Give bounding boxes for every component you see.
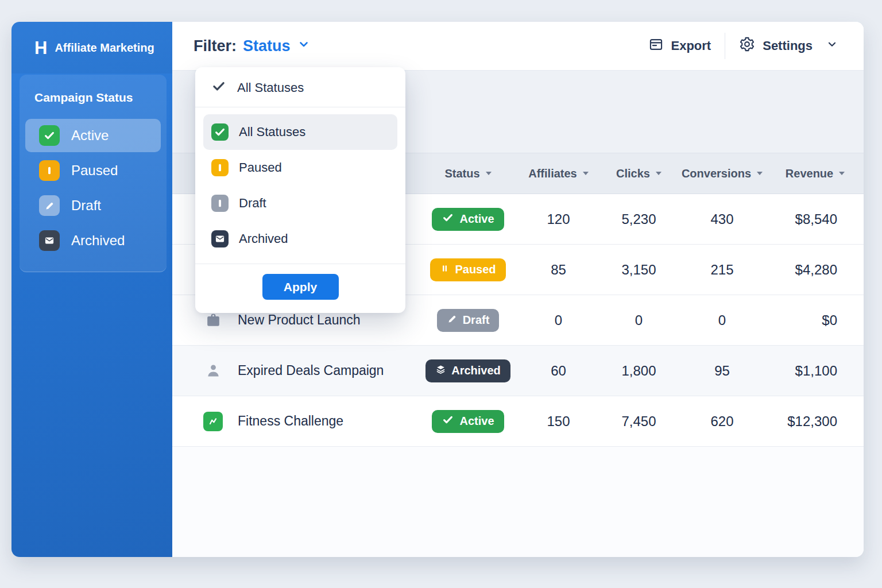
- sidebar: H Affiliate Marketing Campaign Status Ac…: [11, 22, 172, 557]
- campaign-cell: Expired Deals Campaign: [172, 361, 419, 381]
- status-cell: Paused: [419, 258, 517, 281]
- revenue-value: $12,300: [767, 413, 864, 430]
- sidebar-item-label: Draft: [71, 198, 101, 214]
- column-header-clicks[interactable]: Clicks: [600, 167, 678, 180]
- affiliates-value: 85: [517, 262, 600, 278]
- dropdown-option-archived[interactable]: Archived: [203, 221, 397, 257]
- status-cell: Archived: [419, 359, 517, 382]
- clicks-value: 0: [600, 312, 678, 328]
- sidebar-item-label: Active: [71, 127, 109, 144]
- sidebar-item-archived[interactable]: Archived: [25, 224, 161, 257]
- campaign-name: Expired Deals Campaign: [238, 363, 384, 378]
- status-cell: Active: [419, 208, 517, 231]
- conversions-value: 0: [678, 312, 767, 328]
- briefcase-icon: [203, 311, 223, 330]
- column-header-label: Clicks: [616, 167, 650, 180]
- dropdown-option-all-statuses[interactable]: All Statuses: [203, 114, 397, 150]
- conversions-value: 430: [678, 211, 767, 227]
- sort-arrow-icon: [839, 172, 845, 175]
- dropdown-option-label: Draft: [239, 196, 266, 211]
- envelope-icon: [39, 230, 60, 251]
- sidebar-item-draft[interactable]: Draft: [25, 189, 161, 222]
- dropdown-option-label: Paused: [239, 160, 282, 175]
- brand-header: H Affiliate Marketing: [11, 22, 172, 74]
- conversions-value: 95: [678, 363, 767, 379]
- campaign-cell: New Product Launch: [172, 311, 419, 330]
- status-badge-label: Active: [459, 212, 494, 226]
- status-filter-dropdown: All Statuses All Statuses Paused Draft A…: [195, 67, 405, 313]
- status-cell: Active: [419, 410, 517, 433]
- filter-dropdown-trigger[interactable]: Filter: Status: [194, 37, 311, 55]
- conversions-value: 620: [678, 413, 767, 430]
- sidebar-item-active[interactable]: Active: [25, 119, 161, 152]
- status-badge: Active: [432, 208, 504, 231]
- column-header-conversions[interactable]: Conversions: [678, 167, 767, 180]
- settings-label: Settings: [763, 38, 813, 53]
- dropdown-option-paused[interactable]: Paused: [203, 150, 397, 185]
- export-button[interactable]: Export: [648, 37, 711, 56]
- pause-icon: [211, 195, 229, 212]
- settings-button[interactable]: Settings: [739, 36, 838, 56]
- export-label: Export: [671, 38, 711, 53]
- check-icon: [211, 79, 226, 97]
- gear-icon: [739, 36, 755, 56]
- revenue-value: $4,280: [767, 262, 864, 278]
- status-badge: Active: [432, 410, 504, 433]
- envelope-icon: [211, 230, 229, 247]
- status-cell: Draft: [419, 309, 517, 332]
- table-row[interactable]: Fitness Challenge Active 150 7,450 620 $…: [172, 396, 864, 447]
- revenue-value: $0: [767, 312, 864, 328]
- clicks-value: 3,150: [600, 262, 678, 278]
- sort-arrow-icon: [757, 172, 763, 175]
- affiliates-value: 0: [517, 312, 600, 328]
- campaign-cell: Fitness Challenge: [172, 412, 419, 431]
- column-header-label: Conversions: [682, 167, 751, 180]
- status-badge-label: Archived: [451, 364, 501, 377]
- dropdown-option-list: All Statuses Paused Draft Archived: [195, 107, 405, 264]
- chevron-down-icon: [297, 37, 311, 55]
- pencil-icon: [39, 195, 60, 216]
- person-icon: [203, 361, 223, 381]
- filter-label: Filter:: [194, 37, 237, 55]
- check-icon: [442, 211, 454, 227]
- column-header-status[interactable]: Status: [419, 167, 517, 180]
- filter-value: Status: [243, 37, 291, 55]
- affiliates-value: 120: [517, 211, 600, 227]
- sort-arrow-icon: [486, 172, 492, 175]
- sidebar-section-title: Campaign Status: [25, 79, 161, 117]
- column-header-label: Revenue: [786, 167, 833, 180]
- sidebar-item-list: Active Paused Draft Archived: [25, 119, 161, 257]
- status-badge-label: Paused: [455, 263, 496, 276]
- campaign-name: Fitness Challenge: [238, 413, 343, 429]
- affiliates-value: 150: [517, 413, 600, 430]
- brand-logo-icon: H: [34, 39, 47, 57]
- dropdown-current-selection[interactable]: All Statuses: [195, 67, 405, 107]
- status-badge: Archived: [425, 359, 510, 382]
- table-row[interactable]: Expired Deals Campaign Archived 60 1,800…: [172, 346, 864, 396]
- column-header-revenue[interactable]: Revenue: [767, 167, 864, 180]
- top-bar-actions: Export Settings: [648, 33, 838, 59]
- conversions-value: 215: [678, 262, 767, 278]
- clicks-value: 1,800: [600, 363, 678, 379]
- column-header-affiliates[interactable]: Affiliates: [517, 167, 600, 180]
- clicks-value: 5,230: [600, 211, 678, 227]
- main-area: Filter: Status Export S: [172, 22, 864, 557]
- clicks-value: 7,450: [600, 413, 678, 430]
- sidebar-item-paused[interactable]: Paused: [25, 154, 161, 187]
- check-icon: [442, 413, 454, 429]
- status-badge: Paused: [430, 258, 505, 281]
- app-window: H Affiliate Marketing Campaign Status Ac…: [11, 22, 864, 557]
- column-header-label: Affiliates: [528, 167, 577, 180]
- chevron-down-icon: [826, 38, 838, 54]
- pencil-icon: [447, 314, 458, 327]
- pause-icon: [211, 159, 229, 176]
- sidebar-item-label: Paused: [71, 163, 118, 179]
- dropdown-option-draft[interactable]: Draft: [203, 185, 397, 221]
- dropdown-header-label: All Statuses: [237, 80, 304, 95]
- revenue-value: $8,540: [767, 211, 864, 227]
- sidebar-item-label: Archived: [71, 233, 125, 249]
- status-badge: Draft: [437, 309, 500, 332]
- pause-icon: [39, 160, 60, 181]
- affiliates-value: 60: [517, 363, 600, 379]
- apply-button[interactable]: Apply: [262, 274, 339, 300]
